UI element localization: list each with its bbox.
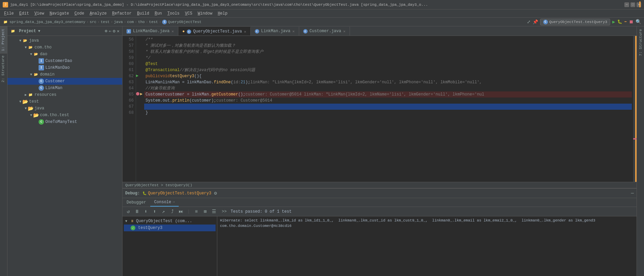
maximize-button[interactable]: □ bbox=[630, 2, 635, 7]
title-bar: J jpa_day1 [D:\ideaProjectPlace\spring_d… bbox=[0, 0, 644, 9]
tree-item-linkman-dao[interactable]: I LinkManDao bbox=[7, 64, 122, 71]
menu-code[interactable]: Code bbox=[72, 10, 87, 17]
folder-icon-resources: 📁 bbox=[28, 92, 33, 98]
debug-session[interactable]: 🐛 QueryObjectTest.testQuery3 bbox=[142, 191, 211, 196]
debug-toolbar: ↺ ⏸ ⬇ ⬆ ↗ ⤴ ⏭ | ≡ ⊞ ☰ >> Tests passed: 0… bbox=[123, 207, 637, 216]
code-line-66: System.out.println(customer); customer: … bbox=[144, 98, 632, 104]
menu-file[interactable]: File bbox=[1, 10, 17, 17]
project-panel: 📁 Project ▼ ⊕ ⇐ ⚙ ✕ ▼ 📂 java bbox=[7, 26, 123, 276]
orange-error-bar bbox=[635, 36, 637, 182]
menu-help[interactable]: Help bbox=[215, 10, 230, 17]
code-line-63: LinkMan linkMan = linkManDao.findOne( id… bbox=[144, 79, 632, 85]
tree-arrow-java: ▼ bbox=[18, 39, 22, 43]
code-editor[interactable]: 56 57 58 59 60 61 62 63 64 65 66 67 68 bbox=[123, 36, 637, 182]
tree-item-java[interactable]: ▼ 📂 java bbox=[7, 37, 122, 44]
tree-item-customer[interactable]: C Customer bbox=[7, 78, 122, 85]
code-line-60: @Test bbox=[144, 61, 632, 67]
menu-analyze[interactable]: Analyze bbox=[87, 10, 109, 17]
more-button[interactable]: ☰ bbox=[210, 208, 218, 215]
stop-button[interactable]: ⏹ bbox=[629, 19, 634, 25]
tab-customer[interactable]: C Customer.java ✕ bbox=[299, 27, 350, 36]
debug-console[interactable]: Hibernate: select linkman0_.lkm_id as lk… bbox=[217, 216, 637, 276]
step-into-button[interactable]: ⬆ bbox=[151, 208, 158, 215]
code-content[interactable]: /** * 测试对多一，对象导航查询是否默认为懒加载？ * 联系人对象导航客户的… bbox=[143, 36, 633, 182]
breadcrumb-project[interactable]: 📁 spring_data_jpa_jpa_day3_onetomany bbox=[3, 19, 85, 25]
tree-item-com-tho[interactable]: ▼ 📂 com.tho bbox=[7, 44, 122, 51]
project-header: 📁 Project ▼ ⊕ ⇐ ⚙ ✕ bbox=[7, 26, 122, 36]
minimize-button[interactable]: ─ bbox=[624, 2, 629, 7]
breakpoint-65: ▶ bbox=[136, 91, 143, 97]
tab-linkman[interactable]: C LinkMan.java ✕ bbox=[251, 27, 299, 36]
tree-item-test-java[interactable]: ▼ 📂 java bbox=[7, 105, 122, 112]
tab-query-object-test[interactable]: ● C QueryObjectTest.java ✕ bbox=[178, 27, 251, 36]
evaluate-button[interactable]: ⏭ bbox=[177, 208, 185, 215]
expand-icon[interactable]: ⤢ bbox=[527, 19, 531, 25]
tab-icon-customer: C bbox=[303, 29, 308, 34]
menu-tools[interactable]: Tools bbox=[165, 10, 182, 17]
menu-window[interactable]: Window bbox=[195, 10, 215, 17]
menu-vcs[interactable]: VCS bbox=[182, 10, 195, 17]
tree-item-customer-dao[interactable]: I CustomerDao bbox=[7, 58, 122, 64]
project-dropdown[interactable]: ▼ bbox=[38, 29, 40, 33]
tab-close-linkman-dao[interactable]: ✕ bbox=[172, 29, 174, 34]
run-button[interactable]: ▶ bbox=[612, 19, 615, 25]
tree-item-domain[interactable]: ▼ 📂 domain bbox=[7, 71, 122, 78]
debug-minimize-icon[interactable]: ─ bbox=[631, 191, 634, 196]
menu-refactor[interactable]: Refactor bbox=[109, 10, 134, 17]
run-configuration[interactable]: C QueryObjectTest.testQuery3 bbox=[540, 19, 610, 25]
debug-session-icon: 🐛 bbox=[142, 191, 147, 195]
project-folder-icon: 📁 bbox=[3, 19, 8, 25]
tab-linkman-dao[interactable]: I LinkManDao.java ✕ bbox=[123, 27, 178, 36]
close-panel-icon[interactable]: ✕ bbox=[117, 28, 119, 34]
tree-item-linkman[interactable]: C LinkMan bbox=[7, 85, 122, 91]
structure-tab-left[interactable]: 2: Structure bbox=[0, 53, 7, 84]
tab-close-query-object-test[interactable]: ✕ bbox=[244, 29, 246, 34]
menu-edit[interactable]: Edit bbox=[17, 10, 32, 17]
debugger-tab[interactable]: Debugger bbox=[123, 199, 150, 206]
step-over-button[interactable]: ⬇ bbox=[142, 208, 150, 215]
test-result-separator: >> bbox=[222, 209, 226, 214]
project-tab[interactable]: 1: Project bbox=[0, 26, 7, 53]
pin-icon[interactable]: 📌 bbox=[533, 19, 538, 25]
folder-icon-dao: 📂 bbox=[33, 51, 39, 57]
console-tab[interactable]: Console → bbox=[150, 198, 179, 207]
window-controls: ─ □ ✕ bbox=[624, 2, 641, 7]
menu-run[interactable]: Run bbox=[152, 10, 165, 17]
debug-button[interactable]: 🐛 bbox=[617, 19, 622, 24]
locate-icon[interactable]: ⊕ bbox=[105, 28, 108, 34]
settings-icon[interactable]: ⚙ bbox=[113, 28, 115, 34]
collapse-all-icon[interactable]: ⇐ bbox=[109, 28, 112, 34]
tree-item-resources[interactable]: ▶ 📁 resources bbox=[7, 91, 122, 98]
tree-item-test[interactable]: ▼ 📂 test bbox=[7, 98, 122, 105]
tab-close-customer[interactable]: ✕ bbox=[343, 29, 346, 34]
tree-item-onetomany-test[interactable]: C OneToManyTest bbox=[7, 119, 122, 125]
debug-settings-icon[interactable]: ⚙ bbox=[214, 190, 217, 196]
folder-icon-java: 📂 bbox=[22, 38, 28, 43]
search-everywhere-button[interactable]: 🔍 bbox=[636, 19, 641, 25]
tab-icon-query-object-test: C bbox=[187, 29, 191, 34]
pause-button[interactable]: ⏸ bbox=[133, 208, 141, 215]
menu-view[interactable]: View bbox=[32, 10, 47, 17]
menu-build[interactable]: Build bbox=[134, 10, 152, 17]
tab-close-linkman[interactable]: ✕ bbox=[292, 29, 295, 34]
variables-button[interactable]: ⊞ bbox=[201, 208, 209, 215]
debug-tree-query-object-test[interactable]: ▼ ⏸ QueryObjectTest (com... bbox=[124, 218, 216, 225]
debug-tabs: Debugger Console → bbox=[123, 198, 637, 207]
step-out-button[interactable]: ↗ bbox=[160, 208, 167, 215]
debug-tree-test-query3[interactable]: ✓ testQuery3 bbox=[124, 225, 216, 231]
project-label: Project bbox=[19, 29, 36, 34]
console-line-1: Hibernate: select linkman0_.lkm_id as lk… bbox=[220, 218, 634, 223]
structure-label[interactable]: 7: Structure bbox=[639, 28, 643, 57]
code-line-61: @Transactional//解决在java代码中的no session问题 bbox=[144, 67, 632, 73]
restore-layout-button[interactable]: ≡ bbox=[193, 208, 200, 215]
tree-item-dao[interactable]: ▼ 📂 dao bbox=[7, 51, 122, 58]
run-to-cursor-button[interactable]: ⤴ bbox=[169, 208, 176, 215]
vertical-tabs: 1: Project 2: Structure bbox=[0, 26, 7, 276]
rerun-button[interactable]: ↺ bbox=[125, 208, 132, 215]
code-line-58: * 联系人对象导航客户的时候，即get的时候是不是立即查询客户 bbox=[144, 49, 632, 55]
menu-navigate[interactable]: Navigate bbox=[47, 10, 72, 17]
tree-item-com-tho-test[interactable]: ▼ 📂 com.tho.test bbox=[7, 112, 122, 119]
expand-arrow: ▼ bbox=[125, 219, 129, 223]
folder-icon-com-tho-test: 📂 bbox=[33, 112, 39, 118]
coverage-button[interactable]: ⬅ bbox=[624, 19, 627, 24]
